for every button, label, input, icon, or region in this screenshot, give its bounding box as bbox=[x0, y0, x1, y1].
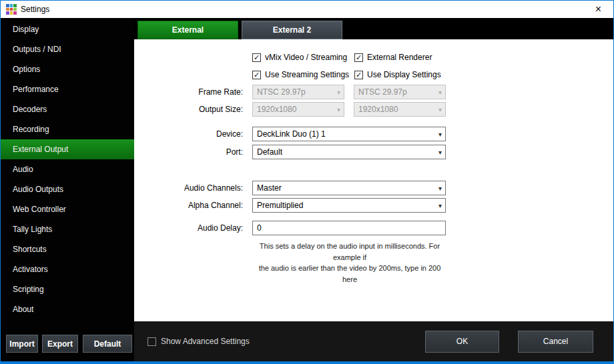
audio-channels-label: Audio Channels: bbox=[134, 183, 252, 193]
check-icon: ✓ bbox=[356, 71, 362, 79]
check-icon: ✓ bbox=[356, 54, 362, 61]
port-row: Port: Default ▾ bbox=[134, 145, 613, 159]
chevron-down-icon: ▾ bbox=[337, 106, 340, 113]
checkbox-label: vMix Video / Streaming bbox=[265, 53, 347, 62]
frame-rate-select-2: NTSC 29.97p ▾ bbox=[354, 85, 446, 99]
audio-delay-label: Audio Delay: bbox=[134, 223, 252, 233]
titlebar: Settings × bbox=[1, 1, 613, 18]
checkbox-label: Use Display Settings bbox=[367, 70, 441, 79]
checkbox-box: ✓ bbox=[252, 53, 261, 62]
sidebar-nav: Display Outputs / NDI Options Performanc… bbox=[1, 18, 134, 319]
output-size-row: Output Size: 1920x1080 ▾ 1920x1080 ▾ bbox=[134, 102, 613, 117]
port-label: Port: bbox=[134, 147, 252, 157]
tab-bar: External External 2 bbox=[134, 18, 613, 39]
device-label: Device: bbox=[134, 129, 252, 139]
checkbox-use-streaming-settings[interactable]: ✓ Use Streaming Settings bbox=[252, 70, 354, 79]
checkbox-box: ✓ bbox=[354, 53, 363, 62]
main-area: External External 2 ✓ vMix Video / Strea… bbox=[134, 18, 613, 361]
sidebar-item-about[interactable]: About bbox=[1, 299, 134, 319]
checkbox-label: External Renderer bbox=[367, 53, 432, 62]
alpha-channel-label: Alpha Channel: bbox=[134, 201, 252, 210]
checkbox-label: Show Advanced Settings bbox=[161, 337, 250, 346]
checkbox-external-renderer[interactable]: ✓ External Renderer bbox=[354, 53, 432, 62]
sidebar-item-recording[interactable]: Recording bbox=[1, 119, 134, 139]
audio-channels-row: Audio Channels: Master ▾ bbox=[134, 181, 613, 195]
sidebar-item-tally-lights[interactable]: Tally Lights bbox=[1, 219, 134, 239]
select-value: 1920x1080 bbox=[257, 105, 334, 114]
vmix-logo-icon bbox=[6, 4, 17, 15]
checkbox-row-1: ✓ vMix Video / Streaming ✓ External Rend… bbox=[134, 50, 613, 65]
import-button[interactable]: Import bbox=[6, 335, 38, 353]
audio-channels-select[interactable]: Master ▾ bbox=[252, 181, 446, 195]
audio-delay-input[interactable] bbox=[252, 221, 446, 235]
select-value: Premultiplied bbox=[257, 201, 436, 210]
help-line-2: the audio is earlier than the video by 2… bbox=[252, 263, 447, 285]
sidebar-item-decoders[interactable]: Decoders bbox=[1, 99, 134, 119]
window-title: Settings bbox=[21, 5, 49, 14]
alpha-channel-row: Alpha Channel: Premultiplied ▾ bbox=[134, 198, 613, 213]
sidebar: Display Outputs / NDI Options Performanc… bbox=[1, 18, 134, 361]
sidebar-item-scripting[interactable]: Scripting bbox=[1, 279, 134, 299]
tab-external-2[interactable]: External 2 bbox=[242, 21, 342, 39]
sidebar-item-external-output[interactable]: External Output bbox=[1, 139, 134, 159]
device-row: Device: DeckLink Duo (1) 1 ▾ bbox=[134, 127, 613, 141]
select-value: NTSC 29.97p bbox=[358, 87, 436, 97]
checkbox-use-display-settings[interactable]: ✓ Use Display Settings bbox=[354, 70, 441, 79]
chevron-down-icon: ▾ bbox=[438, 202, 442, 209]
select-value: Default bbox=[257, 147, 436, 157]
sidebar-item-audio-outputs[interactable]: Audio Outputs bbox=[1, 179, 134, 199]
select-value: Master bbox=[257, 183, 436, 193]
checkbox-box: ✓ bbox=[354, 71, 363, 79]
select-value: NTSC 29.97p bbox=[257, 87, 334, 97]
select-value: DeckLink Duo (1) 1 bbox=[257, 129, 436, 139]
chevron-down-icon: ▾ bbox=[438, 149, 442, 156]
chevron-down-icon: ▾ bbox=[337, 89, 340, 96]
sidebar-item-activators[interactable]: Activators bbox=[1, 259, 134, 279]
checkbox-box: ✓ bbox=[252, 71, 261, 79]
chevron-down-icon: ▾ bbox=[438, 89, 442, 96]
cancel-button[interactable]: Cancel bbox=[518, 331, 593, 353]
sidebar-item-outputs-ndi[interactable]: Outputs / NDI bbox=[1, 39, 134, 59]
frame-rate-row: Frame Rate: NTSC 29.97p ▾ NTSC 29.97p ▾ bbox=[134, 85, 613, 99]
checkbox-row-2: ✓ Use Streaming Settings ✓ Use Display S… bbox=[134, 67, 613, 82]
audio-delay-help-text: This sets a delay on the audio input in … bbox=[252, 241, 447, 285]
checkbox-show-advanced-settings[interactable]: Show Advanced Settings bbox=[147, 337, 250, 346]
output-size-select-1: 1920x1080 ▾ bbox=[252, 102, 344, 117]
chevron-down-icon: ▾ bbox=[438, 185, 442, 192]
port-select[interactable]: Default ▾ bbox=[252, 145, 446, 159]
checkbox-box bbox=[147, 337, 156, 346]
sidebar-item-display[interactable]: Display bbox=[1, 19, 134, 39]
close-icon[interactable]: × bbox=[583, 1, 613, 18]
ok-button[interactable]: OK bbox=[425, 331, 499, 353]
sidebar-buttons: Import Export Default bbox=[1, 335, 134, 361]
device-select[interactable]: DeckLink Duo (1) 1 ▾ bbox=[252, 127, 446, 141]
select-value: 1920x1080 bbox=[358, 105, 436, 114]
help-line-1: This sets a delay on the audio input in … bbox=[252, 241, 447, 263]
sidebar-item-options[interactable]: Options bbox=[1, 59, 134, 79]
chevron-down-icon: ▾ bbox=[438, 131, 442, 138]
footer-bar: Show Advanced Settings OK Cancel bbox=[134, 321, 613, 361]
export-button[interactable]: Export bbox=[42, 335, 78, 353]
checkbox-vmix-video-streaming[interactable]: ✓ vMix Video / Streaming bbox=[252, 53, 354, 62]
output-size-label: Output Size: bbox=[134, 105, 252, 114]
check-icon: ✓ bbox=[254, 54, 260, 61]
sidebar-item-audio[interactable]: Audio bbox=[1, 159, 134, 179]
audio-delay-row: Audio Delay: bbox=[134, 221, 613, 235]
frame-rate-select-1: NTSC 29.97p ▾ bbox=[252, 85, 344, 99]
checkbox-label: Use Streaming Settings bbox=[265, 70, 349, 79]
check-icon: ✓ bbox=[254, 71, 260, 79]
settings-window: Settings × Display Outputs / NDI Options… bbox=[0, 0, 614, 364]
sidebar-item-shortcuts[interactable]: Shortcuts bbox=[1, 239, 134, 259]
tab-external[interactable]: External bbox=[137, 21, 238, 39]
output-size-select-2: 1920x1080 ▾ bbox=[354, 102, 446, 117]
frame-rate-label: Frame Rate: bbox=[134, 87, 252, 97]
sidebar-item-performance[interactable]: Performance bbox=[1, 79, 134, 99]
sidebar-item-web-controller[interactable]: Web Controller bbox=[1, 199, 134, 219]
window-body: Display Outputs / NDI Options Performanc… bbox=[1, 18, 613, 361]
chevron-down-icon: ▾ bbox=[438, 106, 442, 113]
default-button[interactable]: Default bbox=[83, 335, 132, 353]
alpha-channel-select[interactable]: Premultiplied ▾ bbox=[252, 198, 446, 213]
external-output-panel: ✓ vMix Video / Streaming ✓ External Rend… bbox=[134, 39, 613, 321]
